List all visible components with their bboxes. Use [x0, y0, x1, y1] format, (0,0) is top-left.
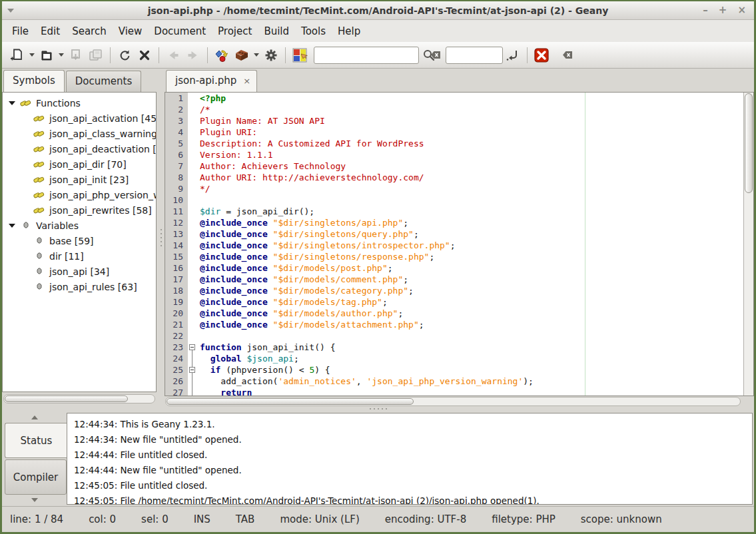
- line-number[interactable]: 6: [165, 149, 188, 160]
- line-number[interactable]: 18: [165, 285, 188, 296]
- expander-icon[interactable]: [8, 222, 16, 230]
- scrollbar-thumb[interactable]: [745, 93, 753, 193]
- line-number[interactable]: 5: [165, 138, 188, 149]
- tab-documents[interactable]: Documents: [66, 71, 142, 92]
- fold-margin[interactable]: [188, 342, 197, 353]
- fold-margin[interactable]: [188, 376, 197, 387]
- menu-help[interactable]: Help: [332, 22, 366, 41]
- symbol-item[interactable]: json_api [34]: [3, 264, 156, 279]
- line-number[interactable]: 13: [165, 228, 188, 240]
- save-all-button[interactable]: [86, 45, 106, 65]
- line-number[interactable]: 24: [165, 353, 188, 364]
- tab-compiler[interactable]: Compiler: [5, 459, 67, 495]
- fold-margin[interactable]: [188, 127, 197, 138]
- symbol-item[interactable]: base [59]: [3, 233, 156, 248]
- fold-margin[interactable]: [188, 138, 197, 149]
- line-number[interactable]: 9: [165, 183, 188, 194]
- symbol-item[interactable]: json_api_class_warning [41]: [3, 126, 156, 141]
- fold-margin[interactable]: [188, 217, 197, 228]
- line-number[interactable]: 21: [165, 319, 188, 330]
- editor-horizontal-scrollbar[interactable]: [165, 397, 741, 406]
- save-button[interactable]: [66, 45, 86, 65]
- line-number[interactable]: 16: [165, 262, 188, 274]
- line-number[interactable]: 7: [165, 160, 188, 172]
- line-number[interactable]: 12: [165, 217, 188, 228]
- line-number[interactable]: 20: [165, 308, 188, 319]
- fold-margin[interactable]: [188, 353, 197, 364]
- line-number[interactable]: 2: [165, 104, 188, 115]
- new-file-button[interactable]: [7, 45, 27, 65]
- fold-margin[interactable]: [188, 330, 197, 342]
- line-number[interactable]: 11: [165, 206, 188, 217]
- symbols-tree[interactable]: Functionsjson_api_activation [45]json_ap…: [2, 92, 157, 392]
- line-number[interactable]: 27: [165, 387, 188, 396]
- fold-margin[interactable]: [188, 308, 197, 319]
- fold-margin[interactable]: [188, 262, 197, 274]
- expander-icon[interactable]: [8, 99, 16, 107]
- symbol-item[interactable]: json_api_php_version_warnin: [3, 187, 156, 202]
- line-number[interactable]: 15: [165, 251, 188, 262]
- build-button[interactable]: [232, 45, 252, 65]
- nav-forward-button[interactable]: [183, 45, 203, 65]
- symbol-item[interactable]: dir [11]: [3, 248, 156, 264]
- tab-status[interactable]: Status: [5, 423, 67, 458]
- tabs-scroll-down[interactable]: [2, 495, 67, 505]
- fold-margin[interactable]: [188, 183, 197, 194]
- sidebar-splitter[interactable]: [158, 69, 165, 406]
- menu-file[interactable]: File: [6, 22, 35, 41]
- fold-margin[interactable]: [188, 104, 197, 115]
- tree-group-variables[interactable]: Variables: [3, 218, 156, 233]
- fold-margin[interactable]: [188, 251, 197, 262]
- line-number[interactable]: 25: [165, 364, 188, 376]
- status-messages[interactable]: 12:44:34: This is Geany 1.23.1.12:44:34:…: [67, 413, 753, 505]
- symbol-item[interactable]: json_api_rewrites [58]: [3, 202, 156, 218]
- bottom-panel-splitter[interactable]: [2, 406, 754, 411]
- tab-symbols[interactable]: Symbols: [3, 70, 65, 92]
- tree-group-functions[interactable]: Functions: [3, 95, 156, 111]
- menu-tools[interactable]: Tools: [295, 22, 332, 41]
- tabs-scroll-up[interactable]: [2, 413, 67, 422]
- fold-margin[interactable]: [188, 274, 197, 285]
- line-number[interactable]: 1: [165, 93, 188, 104]
- open-file-button[interactable]: [37, 45, 57, 65]
- fold-margin[interactable]: [188, 160, 197, 172]
- build-dropdown[interactable]: [252, 45, 261, 65]
- line-number[interactable]: 8: [165, 172, 188, 183]
- minimize-button[interactable]: –: [703, 5, 708, 15]
- close-button[interactable]: ×: [737, 5, 746, 15]
- line-number[interactable]: 14: [165, 240, 188, 251]
- execute-button[interactable]: [261, 45, 281, 65]
- line-number[interactable]: 26: [165, 376, 188, 387]
- line-number[interactable]: 19: [165, 296, 188, 308]
- new-file-dropdown[interactable]: [27, 45, 37, 65]
- menu-build[interactable]: Build: [258, 22, 295, 41]
- editor-vertical-scrollbar[interactable]: [743, 93, 753, 396]
- tab-close-icon[interactable]: ×: [243, 76, 250, 86]
- maximize-button[interactable]: +: [719, 5, 727, 15]
- compile-button[interactable]: [212, 45, 232, 65]
- fold-margin[interactable]: [188, 296, 197, 308]
- open-file-dropdown[interactable]: [57, 45, 66, 65]
- editor-tab-json-api[interactable]: json-api.php ×: [166, 70, 257, 92]
- fold-margin[interactable]: [188, 387, 197, 396]
- search-input[interactable]: [317, 50, 430, 60]
- fold-margin[interactable]: [188, 285, 197, 296]
- fold-margin[interactable]: [188, 364, 197, 376]
- line-number[interactable]: 17: [165, 274, 188, 285]
- close-document-button[interactable]: [135, 45, 155, 65]
- line-number[interactable]: 10: [165, 194, 188, 206]
- menu-view[interactable]: View: [113, 22, 149, 41]
- clear-goto-icon[interactable]: [562, 51, 573, 59]
- find-button[interactable]: [419, 45, 439, 65]
- symbol-item[interactable]: json_api_dir [70]: [3, 156, 156, 172]
- nav-back-button[interactable]: [163, 45, 183, 65]
- symbol-item[interactable]: json_api_activation [45]: [3, 111, 156, 126]
- line-number[interactable]: 22: [165, 330, 188, 342]
- fold-margin[interactable]: [188, 194, 197, 206]
- menu-document[interactable]: Document: [148, 22, 212, 41]
- fold-collapse-icon[interactable]: [189, 344, 195, 350]
- symbol-item[interactable]: json_api_init [23]: [3, 172, 156, 187]
- symbol-item[interactable]: json_api_rules [63]: [3, 279, 156, 294]
- menu-project[interactable]: Project: [212, 22, 258, 41]
- scrollbar-thumb[interactable]: [167, 398, 414, 405]
